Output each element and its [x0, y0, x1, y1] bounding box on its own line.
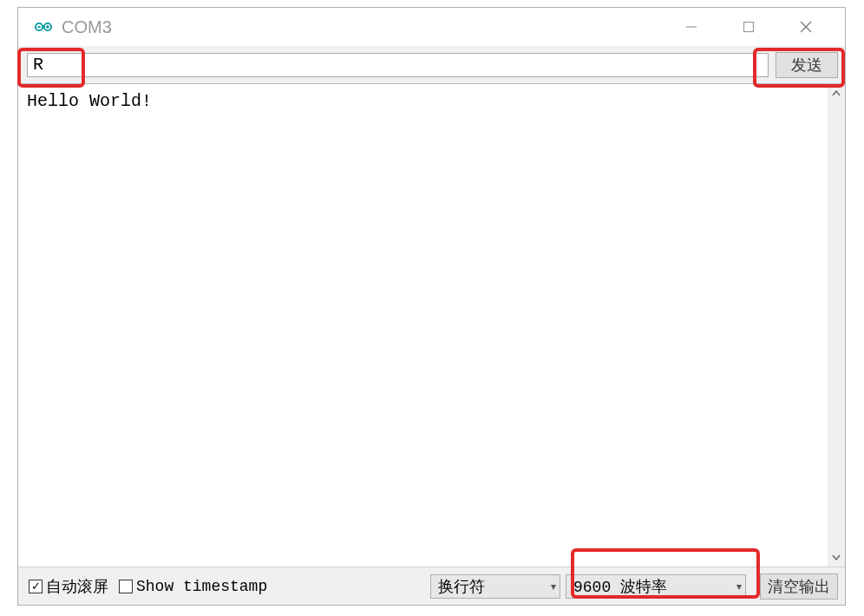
- minimize-button[interactable]: [675, 14, 708, 40]
- chevron-down-icon: ▾: [551, 580, 556, 593]
- scroll-down-icon[interactable]: [828, 549, 844, 565]
- window-title: COM3: [62, 17, 675, 37]
- close-button[interactable]: [789, 14, 822, 40]
- baudrate-selected: 9600 波特率: [573, 576, 721, 597]
- newline-selected: 换行符: [438, 576, 535, 597]
- timestamp-label: Show timestamp: [136, 578, 267, 595]
- output-area: Hello World!: [18, 84, 845, 567]
- titlebar: COM3: [18, 8, 845, 46]
- chevron-down-icon: ▾: [736, 580, 742, 593]
- serial-monitor-window: COM3 发送 Hello World!: [17, 7, 846, 606]
- input-row: 发送: [18, 46, 845, 84]
- checkbox-checked-icon: [29, 580, 43, 593]
- bottom-bar: 自动滚屏 Show timestamp 换行符 ▾ 9600 波特率 ▾ 清空输…: [18, 567, 845, 605]
- maximize-button[interactable]: [732, 14, 765, 40]
- scroll-up-icon[interactable]: [828, 86, 844, 102]
- timestamp-checkbox[interactable]: Show timestamp: [119, 578, 267, 595]
- send-button[interactable]: 发送: [776, 52, 838, 78]
- svg-line-7: [801, 22, 811, 32]
- autoscroll-label: 自动滚屏: [46, 576, 108, 597]
- svg-rect-6: [744, 23, 754, 32]
- autoscroll-checkbox[interactable]: 自动滚屏: [29, 576, 108, 597]
- baudrate-select[interactable]: 9600 波特率 ▾: [566, 574, 746, 599]
- checkbox-unchecked-icon: [119, 580, 133, 593]
- caption-buttons: [675, 14, 840, 40]
- serial-input[interactable]: [27, 53, 769, 77]
- serial-output: Hello World!: [18, 84, 828, 567]
- vertical-scrollbar[interactable]: [828, 84, 845, 567]
- clear-output-button[interactable]: 清空输出: [760, 573, 838, 600]
- newline-select[interactable]: 换行符 ▾: [430, 574, 560, 599]
- svg-line-8: [801, 22, 811, 32]
- arduino-icon: [34, 17, 53, 36]
